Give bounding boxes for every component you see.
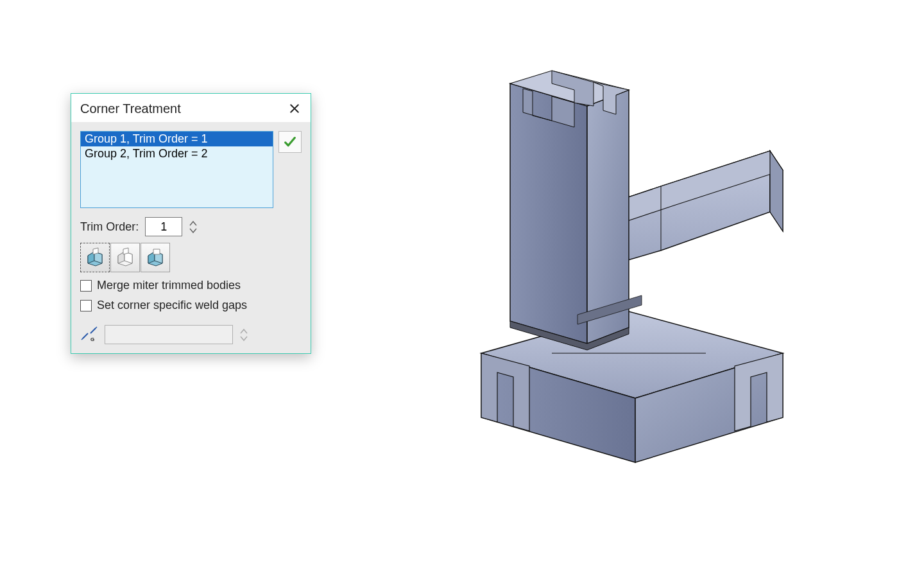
corner-type-button-1[interactable]	[80, 243, 110, 272]
weld-gap-spinner	[239, 328, 248, 342]
3d-viewport[interactable]	[449, 39, 796, 501]
trim-type-1-icon	[84, 247, 106, 268]
group-list-item[interactable]: Group 2, Trim Order = 2	[81, 146, 273, 161]
close-icon	[289, 103, 300, 114]
trim-type-2-icon	[114, 247, 136, 268]
trim-order-spinner	[189, 220, 198, 234]
corner-treatment-dialog: Corner Treatment Group 1, Trim Order = 1…	[71, 93, 311, 354]
group-list-row: Group 1, Trim Order = 1 Group 2, Trim Or…	[80, 131, 302, 208]
trim-order-row: Trim Order:	[80, 217, 302, 236]
set-gaps-label: Set corner specific weld gaps	[97, 299, 247, 312]
group-listbox[interactable]: Group 1, Trim Order = 1 Group 2, Trim Or…	[80, 131, 273, 208]
merge-checkbox-row: Merge miter trimmed bodies	[80, 279, 302, 292]
3d-model-icon	[449, 39, 796, 501]
svg-marker-3	[93, 248, 98, 254]
dialog-content: Group 1, Trim Order = 1 Group 2, Trim Or…	[71, 122, 311, 353]
svg-text:G: G	[90, 337, 94, 342]
svg-marker-7	[123, 248, 128, 254]
corner-type-toolbar	[80, 243, 302, 272]
weld-gap-icon: G	[80, 326, 98, 344]
weld-gap-row: G	[80, 325, 302, 344]
dialog-titlebar: Corner Treatment	[71, 94, 311, 122]
group-list-item[interactable]: Group 1, Trim Order = 1	[81, 132, 273, 146]
corner-type-button-3[interactable]	[141, 243, 170, 272]
trim-order-label: Trim Order:	[80, 220, 139, 234]
set-gaps-checkbox[interactable]	[80, 300, 92, 311]
checkmark-icon	[283, 135, 297, 149]
svg-marker-11	[153, 249, 160, 254]
spinner-up-icon[interactable]	[239, 328, 248, 335]
merge-miter-checkbox[interactable]	[80, 280, 92, 292]
spinner-up-icon[interactable]	[189, 220, 198, 227]
spinner-down-icon[interactable]	[239, 335, 248, 342]
spinner-down-icon[interactable]	[189, 227, 198, 234]
set-gaps-checkbox-row: Set corner specific weld gaps	[80, 299, 302, 312]
weld-gap-input[interactable]	[105, 325, 233, 344]
corner-type-button-2[interactable]	[110, 243, 140, 272]
merge-miter-label: Merge miter trimmed bodies	[97, 279, 241, 292]
dialog-title: Corner Treatment	[80, 101, 181, 116]
confirm-button[interactable]	[278, 131, 302, 153]
trim-order-input[interactable]	[145, 217, 182, 236]
trim-type-3-icon	[144, 247, 166, 268]
close-button[interactable]	[286, 100, 303, 117]
